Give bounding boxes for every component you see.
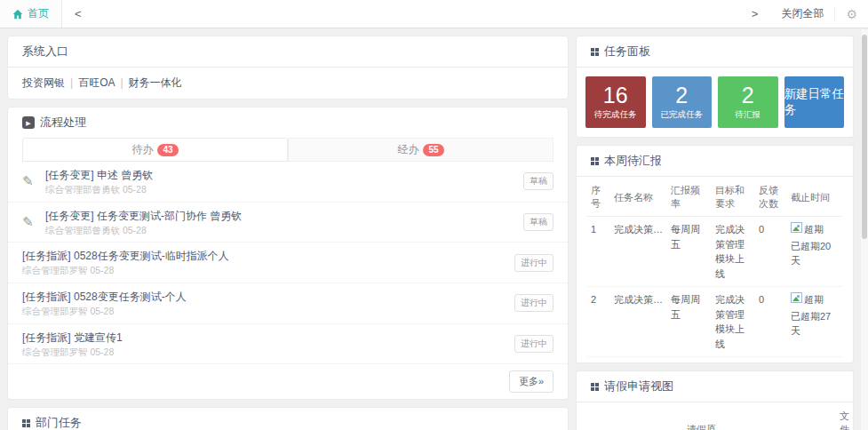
- process-item-meta: 综合管理部罗智 05-28: [22, 346, 514, 359]
- stat-box-completed[interactable]: 2 已完成任务: [652, 76, 713, 128]
- process-list-item[interactable]: [任务指派] 0528变更任务测试-个人 综合管理部罗智 05-28 进行中: [8, 283, 568, 324]
- scrollbar-thumb[interactable]: [862, 35, 867, 239]
- system-entry-header: 系统入口: [8, 36, 568, 68]
- cell-freq: 每周周五: [667, 287, 712, 357]
- top-tab-bar: 首页 < > 关闭全部 ⚙: [0, 0, 868, 28]
- link-invest-bank[interactable]: 投资网银: [22, 76, 65, 89]
- table-row[interactable]: 1 完成决策管理... 每周周五 完成决策管理模块上线 0 超期 已超期20天: [587, 217, 842, 287]
- more-button[interactable]: 更多»: [509, 370, 553, 393]
- grid-icon: [591, 157, 599, 165]
- process-footer: 更多»: [8, 364, 568, 399]
- page-content: 系统入口 投资网银|百旺OA|财务一体化 ▶ 流程处理 待办 43 经办 55: [0, 28, 868, 430]
- tab-handled[interactable]: 经办 55: [288, 138, 553, 162]
- cell-feedback: 0: [755, 287, 787, 357]
- topbar-spacer: [94, 0, 739, 28]
- col-no: 序号: [587, 179, 610, 217]
- gear-icon[interactable]: ⚙: [835, 0, 868, 28]
- dept-tasks-panel: 部门任务 序号 任务编号 任务名称 目标和要求 执行人 当前进度(%) 分值: [7, 407, 569, 430]
- right-column: 任务面板 16 待完成任务 2 已完成任务 2 待汇报 新建日常任务: [576, 36, 854, 423]
- process-tabs: 待办 43 经办 55: [8, 138, 568, 162]
- tab-todo-label: 待办: [131, 142, 153, 157]
- process-panel: ▶ 流程处理 待办 43 经办 55 ✎ [: [7, 107, 569, 400]
- process-list-item[interactable]: ✎ [任务变更] 任务变更测试-部门协作 曾勇钦 综合管理部曾勇钦 05-28 …: [8, 203, 568, 243]
- cell-no: 1: [587, 217, 610, 287]
- cell-deadline: 超期 已超期20天: [787, 217, 842, 287]
- process-item-status-button[interactable]: 进行中: [514, 335, 553, 353]
- pencil-icon: ✎: [22, 173, 45, 189]
- system-entry-panel: 系统入口 投资网银|百旺OA|财务一体化: [7, 36, 569, 100]
- process-item-meta: 综合管理部罗智 05-28: [22, 305, 514, 318]
- process-item-status-button[interactable]: 进行中: [514, 294, 553, 312]
- tab-handled-label: 经办: [397, 142, 418, 157]
- process-item-status-button[interactable]: 进行中: [514, 254, 553, 272]
- link-baiwang-oa[interactable]: 百旺OA: [78, 76, 115, 89]
- broken-image-icon: [791, 222, 802, 233]
- cell-freq: 每周周五: [667, 217, 712, 287]
- process-item-text: [任务指派] 党建宣传1 综合管理部罗智 05-28: [22, 330, 514, 359]
- table-row[interactable]: 2 完成决策管理... 每周周五 完成决策管理模块上线 0 超期 已超期27天: [587, 287, 842, 357]
- col-reason: 请假原因: [683, 404, 726, 430]
- col-deadline: 截止时间: [787, 179, 842, 217]
- process-item-title: [任务指派] 党建宣传1: [22, 330, 514, 346]
- process-list-item[interactable]: [任务指派] 党建宣传1 综合管理部罗智 05-28 进行中: [8, 324, 568, 365]
- tab-home[interactable]: 首页: [0, 0, 62, 28]
- process-list-item[interactable]: [任务指派] 0528任务变更测试-临时指派个人 综合管理部罗智 05-28 进…: [8, 243, 568, 283]
- task-panel: 任务面板 16 待完成任务 2 已完成任务 2 待汇报 新建日常任务: [576, 36, 854, 138]
- system-entry-links: 投资网银|百旺OA|财务一体化: [8, 68, 568, 99]
- weekly-report-table-wrap: 序号 任务名称 汇报频率 目标和要求 反馈次数 截止时间 1: [577, 177, 853, 362]
- leave-view-table-wrap: 姓名 部门 请假原因 开始时间 结束时间 文件上传 游晓军: [577, 402, 853, 430]
- close-all-button[interactable]: 关闭全部: [770, 0, 834, 28]
- process-item-meta: 综合管理部罗智 05-28: [22, 264, 514, 277]
- overdue-alt-text: 超期: [804, 292, 824, 307]
- grid-icon: [591, 383, 599, 391]
- process-list: ✎ [任务变更] 申述 曾勇钦 综合管理部曾勇钦 05-28 草稿 ✎ [任务变…: [8, 162, 568, 364]
- process-item-title: [任务指派] 0528变更任务测试-个人: [22, 289, 514, 305]
- system-entry-title: 系统入口: [22, 44, 68, 60]
- stat-pending-label: 待完成任务: [594, 109, 637, 121]
- link-separator: |: [70, 76, 73, 89]
- page-scrollbar[interactable]: [861, 29, 868, 430]
- cell-goal: 完成决策管理模块上线: [712, 217, 755, 287]
- overdue-cell: 超期 已超期27天: [791, 292, 839, 338]
- link-finance-integration[interactable]: 财务一体化: [129, 76, 182, 89]
- col-file: 文件上传: [836, 404, 842, 430]
- left-column: 系统入口 投资网银|百旺OA|财务一体化 ▶ 流程处理 待办 43 经办 55: [7, 36, 569, 423]
- stat-box-to-report[interactable]: 2 待汇报: [718, 76, 778, 128]
- weekly-report-header: 本周待汇报: [577, 146, 853, 177]
- process-item-status-button[interactable]: 草稿: [523, 172, 553, 190]
- process-item-text: [任务指派] 0528任务变更测试-临时指派个人 综合管理部罗智 05-28: [22, 248, 514, 277]
- col-freq: 汇报频率: [667, 179, 712, 217]
- link-separator: |: [120, 76, 123, 89]
- process-item-title: [任务变更] 申述 曾勇钦: [45, 167, 523, 183]
- weekly-report-title: 本周待汇报: [604, 153, 662, 169]
- weekly-report-header-row: 序号 任务名称 汇报频率 目标和要求 反馈次数 截止时间: [587, 179, 842, 217]
- overdue-text: 已超期20天: [791, 239, 839, 268]
- task-panel-boxes: 16 待完成任务 2 已完成任务 2 待汇报 新建日常任务: [577, 68, 853, 137]
- process-item-title: [任务变更] 任务变更测试-部门协作 曾勇钦: [45, 208, 523, 224]
- process-header: ▶ 流程处理: [8, 108, 568, 132]
- leave-view-header: 请假申请视图: [577, 371, 853, 402]
- stat-pending-value: 16: [603, 84, 628, 108]
- cell-deadline: 超期 已超期27天: [787, 287, 842, 357]
- new-daily-task-button[interactable]: 新建日常任务: [784, 76, 845, 128]
- scroll-tabs-left-button[interactable]: <: [62, 0, 94, 28]
- weekly-report-table: 序号 任务名称 汇报频率 目标和要求 反馈次数 截止时间 1: [587, 179, 842, 357]
- col-feedback: 反馈次数: [755, 179, 787, 217]
- grid-icon: [591, 48, 599, 56]
- cell-task: 完成决策管理...: [610, 217, 667, 287]
- scroll-tabs-right-button[interactable]: >: [739, 0, 771, 28]
- stat-box-pending[interactable]: 16 待完成任务: [585, 76, 646, 128]
- weekly-report-body: 1 完成决策管理... 每周周五 完成决策管理模块上线 0 超期 已超期20天: [587, 217, 842, 357]
- grid-icon: [22, 419, 30, 427]
- process-item-text: [任务指派] 0528变更任务测试-个人 综合管理部罗智 05-28: [22, 289, 514, 318]
- tab-home-label: 首页: [28, 6, 49, 21]
- tab-todo[interactable]: 待办 43: [22, 138, 288, 162]
- process-item-text: [任务变更] 申述 曾勇钦 综合管理部曾勇钦 05-28: [45, 167, 523, 196]
- overdue-alt-text: 超期: [804, 222, 824, 237]
- leave-view-header-row: 姓名 部门 请假原因 开始时间 结束时间 文件上传: [587, 404, 842, 430]
- stat-completed-value: 2: [675, 84, 688, 108]
- tab-todo-badge: 43: [157, 144, 178, 156]
- process-item-status-button[interactable]: 草稿: [523, 213, 553, 231]
- process-list-item[interactable]: ✎ [任务变更] 申述 曾勇钦 综合管理部曾勇钦 05-28 草稿: [8, 162, 568, 203]
- stat-to-report-label: 待汇报: [736, 109, 761, 121]
